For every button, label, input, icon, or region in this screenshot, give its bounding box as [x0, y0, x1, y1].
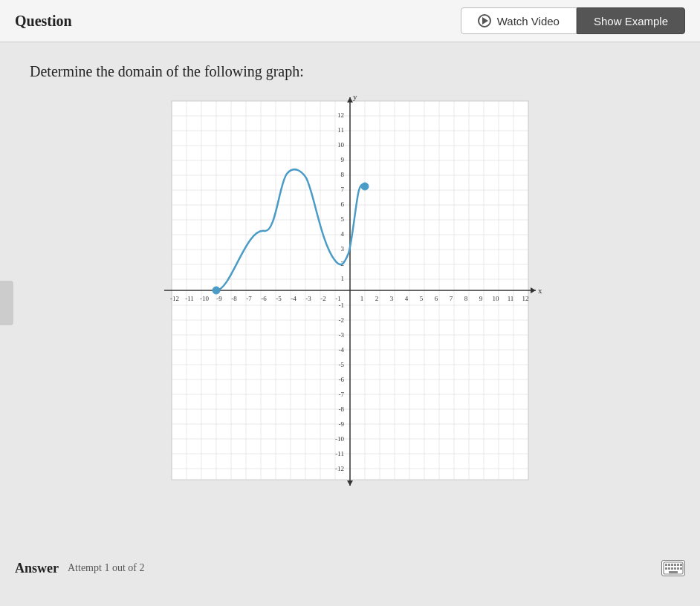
svg-point-105 — [361, 183, 369, 190]
svg-rect-109 — [671, 564, 673, 566]
svg-rect-114 — [668, 567, 670, 570]
svg-text:10: 10 — [493, 295, 500, 302]
play-icon — [478, 14, 491, 27]
svg-text:-12: -12 — [170, 295, 179, 302]
svg-text:6: 6 — [435, 295, 438, 302]
svg-text:12: 12 — [522, 295, 529, 302]
svg-text:11: 11 — [337, 126, 344, 134]
answer-section: Answer Attempt 1 out of 2 — [15, 560, 685, 576]
svg-rect-111 — [677, 564, 679, 566]
watch-video-button[interactable]: Watch Video — [461, 7, 577, 34]
svg-text:-3: -3 — [339, 331, 345, 339]
svg-text:-10: -10 — [335, 435, 344, 443]
svg-text:y: y — [353, 94, 357, 101]
play-triangle-icon — [482, 17, 488, 25]
show-example-button[interactable]: Show Example — [577, 7, 685, 34]
svg-rect-107 — [665, 564, 667, 566]
svg-text:5: 5 — [341, 215, 345, 223]
svg-text:12: 12 — [337, 111, 344, 119]
top-bar: Question Watch Video Show Example — [0, 0, 700, 42]
question-label: Question — [15, 13, 72, 30]
svg-text:1: 1 — [341, 275, 345, 282]
watch-video-label: Watch Video — [497, 15, 560, 27]
svg-text:-6: -6 — [339, 376, 345, 383]
svg-text:2: 2 — [375, 295, 379, 302]
svg-text:-9: -9 — [339, 420, 345, 428]
svg-text:5: 5 — [420, 295, 424, 302]
top-buttons: Watch Video Show Example — [461, 7, 685, 34]
svg-text:-8: -8 — [339, 405, 345, 413]
svg-text:-4: -4 — [339, 346, 345, 354]
svg-text:9: 9 — [341, 156, 345, 163]
svg-text:4: 4 — [341, 230, 345, 238]
svg-text:4: 4 — [405, 295, 409, 302]
svg-text:-5: -5 — [276, 295, 282, 302]
svg-text:-7: -7 — [246, 295, 252, 302]
problem-statement: Determine the domain of the following gr… — [30, 63, 670, 80]
svg-text:3: 3 — [341, 245, 345, 252]
coordinate-graph: y x 1 2 3 4 5 6 7 8 9 10 11 12 -1 -2 -3 … — [157, 94, 543, 495]
attempt-text: Attempt 1 out of 2 — [68, 562, 144, 574]
svg-text:3: 3 — [390, 295, 394, 302]
svg-rect-112 — [680, 564, 682, 566]
svg-text:8: 8 — [341, 171, 345, 178]
svg-text:7: 7 — [450, 295, 453, 302]
svg-rect-117 — [677, 567, 679, 570]
svg-rect-119 — [669, 571, 678, 573]
svg-point-104 — [213, 287, 220, 294]
svg-text:8: 8 — [464, 295, 468, 302]
svg-text:-6: -6 — [261, 295, 267, 302]
svg-text:-11: -11 — [335, 450, 344, 457]
svg-text:11: 11 — [508, 295, 514, 302]
svg-rect-108 — [668, 564, 670, 566]
svg-text:-3: -3 — [305, 295, 311, 302]
svg-text:x: x — [538, 286, 542, 295]
svg-text:6: 6 — [341, 201, 345, 208]
keyboard-icon[interactable] — [661, 560, 685, 576]
svg-text:-2: -2 — [339, 316, 345, 324]
svg-text:-8: -8 — [231, 295, 237, 302]
svg-rect-116 — [674, 567, 676, 570]
main-content: Determine the domain of the following gr… — [0, 42, 700, 515]
svg-text:1: 1 — [360, 295, 364, 302]
svg-marker-52 — [347, 97, 353, 102]
svg-text:-9: -9 — [216, 295, 222, 302]
svg-text:-5: -5 — [339, 361, 345, 368]
sidebar-tab[interactable] — [0, 281, 13, 325]
svg-text:-11: -11 — [185, 295, 194, 302]
graph-container: y x 1 2 3 4 5 6 7 8 9 10 11 12 -1 -2 -3 … — [30, 94, 670, 495]
answer-text: Answer — [15, 561, 59, 576]
svg-rect-115 — [671, 567, 673, 570]
svg-text:-4: -4 — [291, 295, 296, 302]
svg-marker-53 — [347, 480, 353, 486]
svg-text:-2: -2 — [320, 295, 326, 302]
svg-text:10: 10 — [337, 141, 345, 149]
svg-text:-12: -12 — [335, 465, 344, 472]
svg-text:-7: -7 — [339, 391, 345, 398]
svg-text:9: 9 — [479, 295, 483, 302]
svg-text:-10: -10 — [200, 295, 209, 302]
svg-rect-118 — [680, 567, 682, 570]
svg-marker-50 — [531, 287, 536, 293]
svg-text:-1: -1 — [339, 302, 345, 309]
svg-text:7: 7 — [341, 186, 345, 193]
svg-rect-110 — [674, 564, 676, 566]
answer-label: Answer Attempt 1 out of 2 — [15, 561, 144, 576]
svg-rect-113 — [665, 567, 667, 570]
